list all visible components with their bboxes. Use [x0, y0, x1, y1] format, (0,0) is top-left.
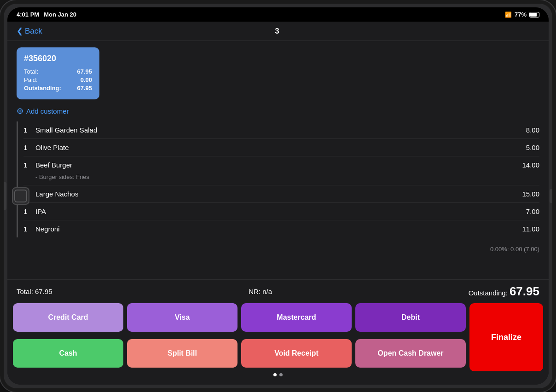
pagination-dot-1 — [273, 373, 277, 376]
item-qty: 1 — [23, 144, 31, 151]
footer-total: Total: 67.95 — [17, 288, 52, 295]
payment-main: Credit Card Visa Mastercard Debit Cash S… — [13, 303, 543, 371]
status-time: 4:01 PM — [17, 11, 39, 18]
pagination-dot-2 — [279, 373, 283, 376]
wifi-icon: 📶 — [505, 12, 512, 18]
volume-button[interactable] — [4, 182, 6, 210]
pagination-dots — [13, 371, 543, 380]
order-outstanding-row: Outstanding: 67.95 — [24, 85, 92, 92]
order-outstanding-label: Outstanding: — [24, 85, 61, 92]
void-receipt-button[interactable]: Void Receipt — [241, 339, 352, 368]
order-items-list: 1 Small Garden Salad 8.00 1 Olive Plate … — [17, 121, 539, 237]
payment-left: Credit Card Visa Mastercard Debit Cash S… — [13, 303, 466, 371]
payment-row-1: Credit Card Visa Mastercard Debit — [13, 303, 466, 332]
payment-grid: Credit Card Visa Mastercard Debit Cash S… — [7, 303, 549, 385]
footer-bar: Total: 67.95 NR: n/a Outstanding: 67.95 — [7, 279, 549, 303]
split-bill-button[interactable]: Split Bill — [127, 339, 237, 368]
footer-nr-value: n/a — [262, 288, 272, 295]
item-price: 11.00 — [522, 225, 539, 233]
item-qty: 1 — [23, 208, 31, 215]
ipad-frame: 4:01 PM Mon Jan 20 📶 77% ❮ Back 3 — [0, 0, 556, 392]
footer-outstanding-label: Outstanding: — [469, 289, 508, 297]
mastercard-button[interactable]: Mastercard — [241, 303, 352, 332]
item-qty: 1 — [23, 161, 31, 169]
credit-card-button[interactable]: Credit Card — [13, 303, 123, 332]
order-card: #356020 Total: 67.95 Paid: 0.00 Outstand… — [17, 47, 99, 99]
order-paid-row: Paid: 0.00 — [24, 76, 92, 83]
battery-percentage: 77% — [515, 11, 527, 18]
add-customer-label: Add customer — [26, 107, 69, 115]
order-paid-value: 0.00 — [81, 76, 92, 83]
order-item: 1 Small Garden Salad 8.00 — [23, 121, 539, 139]
payment-row-2: Cash Split Bill Void Receipt Open Cash D… — [13, 339, 466, 368]
order-item: 1 IPA 7.00 — [23, 203, 539, 220]
footer-outstanding: Outstanding: 67.95 — [469, 284, 539, 299]
order-number: #356020 — [24, 54, 92, 63]
footer-nr-label: NR: — [249, 288, 261, 295]
finalize-button[interactable]: Finalize — [469, 303, 543, 371]
item-name: Olive Plate — [35, 144, 69, 151]
power-button[interactable] — [550, 189, 552, 203]
item-name: Beef Burger — [35, 161, 72, 169]
status-bar: 4:01 PM Mon Jan 20 📶 77% — [7, 7, 549, 22]
back-chevron-icon: ❮ — [17, 26, 23, 36]
nav-title: 3 — [42, 27, 512, 36]
item-price: 15.00 — [522, 190, 539, 198]
screen: 4:01 PM Mon Jan 20 📶 77% ❮ Back 3 — [7, 7, 549, 385]
debit-button[interactable]: Debit — [355, 303, 466, 332]
order-item: 1 Beef Burger - Burger sides: Fries 14.0… — [23, 156, 539, 185]
item-price: 8.00 — [526, 126, 539, 134]
plus-circle-icon: ⊕ — [17, 106, 23, 116]
order-paid-label: Paid: — [24, 76, 38, 83]
status-date: Mon Jan 20 — [44, 11, 76, 18]
order-total-label: Total: — [24, 68, 38, 75]
item-price: 7.00 — [526, 208, 539, 215]
main-content: #356020 Total: 67.95 Paid: 0.00 Outstand… — [7, 41, 549, 279]
back-button[interactable]: ❮ Back — [17, 26, 42, 36]
battery-icon — [529, 12, 539, 17]
add-customer-button[interactable]: ⊕ Add customer — [17, 106, 539, 116]
footer-outstanding-amount: 67.95 — [510, 284, 539, 298]
footer-total-label: Total: — [17, 288, 33, 295]
back-label: Back — [25, 27, 42, 36]
item-qty: 1 — [23, 126, 31, 134]
home-button[interactable] — [12, 187, 29, 205]
item-name: Large Nachos — [35, 190, 78, 198]
cash-button[interactable]: Cash — [13, 339, 123, 368]
item-name: Negroni — [35, 225, 60, 233]
order-item: 1 Negroni 11.00 — [23, 220, 539, 237]
item-sub: - Burger sides: Fries — [23, 173, 89, 180]
tax-row: 0.00%: 0.00 (7.00) — [17, 242, 539, 256]
order-outstanding-value: 67.95 — [77, 85, 92, 92]
item-qty: 1 — [23, 225, 31, 233]
item-name: IPA — [35, 208, 46, 215]
footer-nr: NR: n/a — [249, 288, 272, 295]
item-price: 14.00 — [522, 161, 539, 169]
order-total-value: 67.95 — [77, 68, 92, 75]
item-name: Small Garden Salad — [35, 126, 97, 134]
nav-bar: ❮ Back 3 — [7, 22, 549, 41]
order-item: 1 Olive Plate 5.00 — [23, 139, 539, 156]
open-cash-drawer-button[interactable]: Open Cash Drawer — [355, 339, 466, 368]
order-item: 1 Large Nachos 15.00 — [23, 185, 539, 203]
order-total-row: Total: 67.95 — [24, 68, 92, 75]
visa-button[interactable]: Visa — [127, 303, 237, 332]
item-price: 5.00 — [526, 144, 539, 151]
footer-total-value: 67.95 — [35, 288, 52, 295]
